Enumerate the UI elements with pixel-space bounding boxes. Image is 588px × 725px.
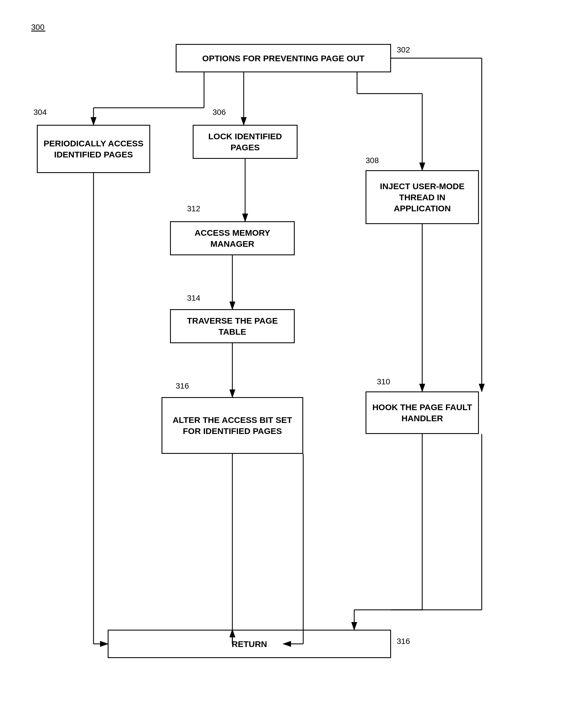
periodically-access-box: PERIODICALLY ACCESS IDENTIFIED PAGES (37, 125, 150, 173)
traverse-box: TRAVERSE THE PAGE TABLE (170, 309, 295, 343)
diagram-container: 300 OPTIONS FOR PREVENTING PAGE OUT 302 … (0, 0, 588, 725)
ref-302: 302 (397, 45, 410, 55)
return-box: RETURN (108, 630, 391, 658)
options-box: OPTIONS FOR PREVENTING PAGE OUT (176, 44, 391, 72)
hook-handler-box: HOOK THE PAGE FAULT HANDLER (365, 391, 479, 434)
inject-thread-box: INJECT USER-MODE THREAD IN APPLICATION (365, 170, 479, 224)
ref-306: 306 (212, 108, 226, 117)
arrows-svg (0, 0, 588, 725)
alter-access-box: ALTER THE ACCESS BIT SET FOR IDENTIFIED … (162, 397, 303, 454)
ref-310: 310 (377, 377, 390, 386)
ref-304: 304 (34, 108, 47, 117)
ref-314: 314 (187, 294, 200, 303)
ref-316-alter: 316 (176, 382, 189, 390)
ref-return: 316 (397, 637, 410, 646)
ref-312: 312 (187, 204, 200, 213)
ref-308: 308 (365, 156, 379, 165)
lock-pages-box: LOCK IDENTIFIED PAGES (193, 125, 297, 159)
access-memory-box: ACCESS MEMORY MANAGER (170, 221, 295, 255)
